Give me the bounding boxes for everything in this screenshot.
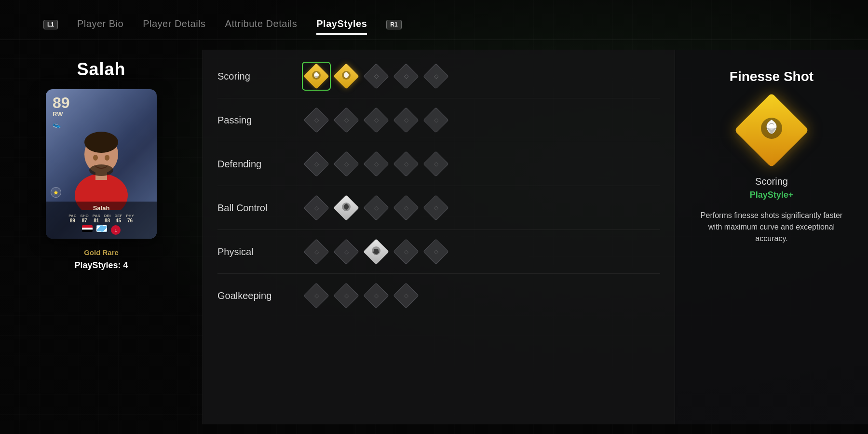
main-container: L1 Player Bio Player Details Attribute D… — [0, 0, 868, 434]
icons-goalkeeping: ◇ ◇ ◇ ◇ — [304, 284, 418, 308]
icon-scoring-3[interactable]: ◇ — [364, 64, 388, 88]
row-goalkeeping: Goalkeeping ◇ ◇ ◇ ◇ — [217, 274, 660, 317]
icons-scoring: ◇ ◇ ◇ — [304, 64, 448, 88]
icons-defending: ◇ ◇ ◇ ◇ ◇ — [304, 152, 448, 176]
detail-icon-symbol — [757, 114, 786, 147]
icon-passing-2[interactable]: ◇ — [334, 108, 358, 132]
icon-scoring-4[interactable]: ◇ — [394, 64, 418, 88]
icon-power-shot[interactable] — [334, 64, 358, 88]
l1-badge: L1 — [43, 20, 58, 29]
player-name-large: Salah — [77, 59, 125, 80]
category-scoring: Scoring — [217, 71, 295, 82]
fifa-card: 89 RW 👟 — [46, 89, 157, 239]
detail-description: Performs finesse shots significantly fas… — [694, 210, 849, 244]
svg-point-5 — [105, 155, 109, 161]
detail-title: Finesse Shot — [730, 69, 814, 84]
icon-phy-active[interactable] — [364, 240, 388, 264]
icon-phy-5[interactable]: ◇ — [424, 240, 448, 264]
card-rating: 89 — [53, 95, 70, 110]
flag-egypt — [82, 225, 93, 232]
row-ball-control: Ball Control ◇ ◇ ◇ — [217, 186, 660, 230]
icons-physical: ◇ ◇ ◇ ◇ — [304, 240, 448, 264]
row-defending: Defending ◇ ◇ ◇ ◇ ◇ — [217, 142, 660, 186]
finesse-shot-icon — [757, 114, 786, 143]
flag-premier-league — [96, 225, 107, 232]
icon-bc-4[interactable]: ◇ — [394, 196, 418, 220]
icon-defending-2[interactable]: ◇ — [334, 152, 358, 176]
stat-pac: PAC 89 — [68, 214, 76, 223]
stat-pas: PAS 81 — [93, 214, 100, 223]
category-ball-control: Ball Control — [217, 203, 295, 214]
icon-passing-5[interactable]: ◇ — [424, 108, 448, 132]
r1-badge: R1 — [386, 20, 401, 29]
tab-player-bio[interactable]: Player Bio — [77, 14, 123, 35]
icons-ball-control: ◇ ◇ ◇ ◇ — [304, 196, 448, 220]
flag-liverpool: L — [111, 225, 121, 235]
icon-scoring-5[interactable]: ◇ — [424, 64, 448, 88]
stat-sho: SHO 87 — [80, 214, 88, 223]
card-stats-row: PAC 89 SHO 87 PAS 81 DRI — [50, 214, 153, 223]
icon-defending-5[interactable]: ◇ — [424, 152, 448, 176]
svg-point-6 — [89, 164, 113, 176]
top-nav: L1 Player Bio Player Details Attribute D… — [0, 0, 868, 40]
detail-icon-large — [740, 99, 803, 162]
icon-gk-4[interactable]: ◇ — [394, 284, 418, 308]
icon-phy-1[interactable]: ◇ — [304, 240, 328, 264]
icon-defending-4[interactable]: ◇ — [394, 152, 418, 176]
stat-def: DEF 45 — [114, 214, 122, 223]
icon-phy-4[interactable]: ◇ — [394, 240, 418, 264]
icon-gk-1[interactable]: ◇ — [304, 284, 328, 308]
tab-playstyles[interactable]: PlayStyles — [316, 14, 367, 35]
icons-passing: ◇ ◇ ◇ ◇ ◇ — [304, 108, 448, 132]
content-area: Salah 89 RW 👟 — [0, 40, 868, 434]
card-flags: L — [50, 225, 153, 235]
card-bottom-info: Salah PAC 89 SHO 87 PAS 81 — [46, 202, 157, 239]
row-physical: Physical ◇ ◇ ◇ — [217, 230, 660, 274]
tab-attribute-details[interactable]: Attribute Details — [225, 14, 298, 35]
card-special-badge: ⭐ — [51, 187, 61, 198]
icon-passing-4[interactable]: ◇ — [394, 108, 418, 132]
player-silhouette — [63, 118, 140, 210]
icon-passing-3[interactable]: ◇ — [364, 108, 388, 132]
middle-panel: Scoring — [203, 50, 675, 424]
stat-dri: DRI 88 — [104, 214, 111, 223]
right-panel: Finesse Shot Scoring PlayStyle+ Performs… — [675, 50, 868, 424]
left-panel: Salah 89 RW 👟 — [0, 50, 203, 424]
stat-phy: PHY 76 — [126, 214, 134, 223]
svg-point-2 — [84, 132, 118, 153]
card-type-label: Gold Rare — [74, 248, 128, 257]
icon-gk-3[interactable]: ◇ — [364, 284, 388, 308]
detail-playstyle-plus: PlayStyle+ — [750, 190, 794, 200]
icon-passing-1[interactable]: ◇ — [304, 108, 328, 132]
icon-finesse-shot-plus[interactable] — [304, 64, 328, 88]
playstyles-count: PlayStyles: 4 — [74, 260, 128, 271]
icon-defending-1[interactable]: ◇ — [304, 152, 328, 176]
icon-bc-5[interactable]: ◇ — [424, 196, 448, 220]
player-meta: Gold Rare PlayStyles: 4 — [74, 248, 128, 271]
icon-phy-2[interactable]: ◇ — [334, 240, 358, 264]
category-goalkeeping: Goalkeeping — [217, 290, 295, 301]
svg-point-8 — [315, 73, 318, 76]
category-passing: Passing — [217, 115, 295, 126]
category-physical: Physical — [217, 246, 295, 258]
row-scoring: Scoring — [217, 54, 660, 98]
player-image-area — [55, 113, 147, 210]
svg-point-13 — [769, 124, 774, 130]
detail-category: Scoring — [755, 176, 788, 187]
icon-bc-active[interactable] — [334, 196, 358, 220]
icon-bc-1[interactable]: ◇ — [304, 196, 328, 220]
tab-player-details[interactable]: Player Details — [143, 14, 205, 35]
icon-bc-3[interactable]: ◇ — [364, 196, 388, 220]
card-player-name: Salah — [50, 204, 153, 212]
category-defending: Defending — [217, 159, 295, 170]
svg-point-4 — [93, 155, 98, 161]
icon-gk-2[interactable]: ◇ — [334, 284, 358, 308]
icon-defending-3[interactable]: ◇ — [364, 152, 388, 176]
row-passing: Passing ◇ ◇ ◇ ◇ ◇ — [217, 98, 660, 142]
